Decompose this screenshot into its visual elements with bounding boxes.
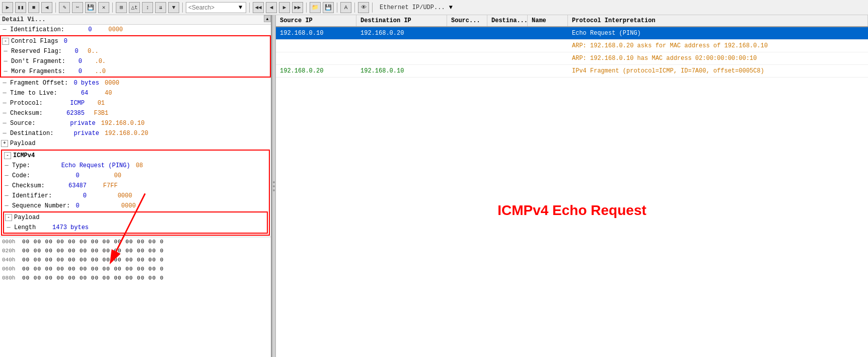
dash-source: — <box>1 119 8 128</box>
row-checksum: — Checksum: 62385 F3B1 <box>0 108 271 118</box>
hex-reserved-flag: 0.. <box>81 47 99 56</box>
toolbar-btn-8[interactable]: ✕ <box>98 2 109 13</box>
col-header-source-ip[interactable]: Source IP <box>276 15 356 26</box>
label-fragment-offset: Fragment Offset: <box>10 79 68 88</box>
expand-payload-ip[interactable]: + <box>1 140 8 147</box>
dash-destination: — <box>1 129 8 138</box>
toolbar-btn-open[interactable]: 📁 <box>310 2 321 13</box>
col-header-protocol[interactable]: Protocol Interpretation <box>568 15 868 26</box>
hex-addr-020h: 020h <box>2 247 22 255</box>
hex-bytes-040h: 00 00 00 00 00 00 00 00 00 00 00 00 0 <box>22 256 269 264</box>
expand-icmpv4[interactable]: - <box>4 152 11 159</box>
cell-source-ip-2 <box>276 45 356 47</box>
cell-source-ip-3 <box>276 57 356 59</box>
toolbar-btn-9[interactable]: ⊞ <box>116 2 127 13</box>
row-more-fragments: — More Fragments: 0 ..0 <box>1 66 270 77</box>
value-reserved-flag: 0 <box>64 47 79 56</box>
toolbar-btn-10[interactable]: △t <box>129 2 140 13</box>
col-header-name[interactable]: Name <box>528 15 568 26</box>
search-input[interactable] <box>188 4 239 11</box>
label-icmp-payload: Payload <box>14 213 39 222</box>
label-icmp-payload-length: Length <box>14 223 36 232</box>
toolbar-btn-5[interactable]: ✎ <box>59 2 70 13</box>
toolbar-btn-save[interactable]: 💾 <box>323 2 334 13</box>
icmp-payload-section: - Payload — Length 1473 bytes <box>3 211 268 234</box>
toolbar-btn-nav-back[interactable]: ◀ <box>266 2 277 13</box>
hex-checksum: F3B1 <box>87 109 108 118</box>
expand-control-flags[interactable]: - <box>2 38 9 45</box>
value-icmp-code: 0 <box>32 171 80 180</box>
toolbar-btn-1[interactable]: ▶ <box>2 2 13 13</box>
hex-icmp-seq: 0000 <box>82 201 136 210</box>
row-icmp-code: — Code: 0 00 <box>2 171 269 181</box>
sep-4 <box>249 3 250 13</box>
value-icmp-identifier: 0 <box>54 191 87 200</box>
value-ttl: 64 <box>59 89 89 98</box>
toolbar-btn-nav-right[interactable]: ▶▶ <box>292 2 303 13</box>
cell-name-4 <box>528 70 568 72</box>
label-payload-ip: Payload <box>10 139 35 148</box>
search-dropdown-icon[interactable]: ▼ <box>239 4 242 11</box>
cell-source-ip-1: 192.168.0.10 <box>276 27 356 39</box>
toolbar-btn-nav-fwd[interactable]: ▶ <box>279 2 290 13</box>
col-header-dest-port[interactable]: Destina... <box>487 15 528 26</box>
main-layout: ▲ Detail Vi... — Identification: 0 0000 … <box>0 15 868 357</box>
row-icmp-payload: - Payload <box>4 212 267 223</box>
col-header-dest-ip[interactable]: Destination IP <box>356 15 447 26</box>
splitter-dot-1 <box>273 181 275 183</box>
cell-source-port-4 <box>447 70 487 72</box>
toolbar-btn-eye[interactable]: 👁 <box>358 2 369 13</box>
sep-3 <box>182 3 183 13</box>
scroll-up-btn[interactable]: ▲ <box>264 15 271 22</box>
dash-dont-fragment: — <box>2 57 9 66</box>
value-more-fragments: 0 <box>67 67 82 76</box>
splitter-dot-2 <box>273 185 275 187</box>
toolbar-btn-4[interactable]: ◀ <box>41 2 52 13</box>
cell-dest-port-4 <box>487 70 528 72</box>
toolbar-btn-3[interactable]: ■ <box>28 2 39 13</box>
hex-source: 192.168.0.10 <box>98 119 145 128</box>
left-panel: ▲ Detail Vi... — Identification: 0 0000 … <box>0 15 272 357</box>
toolbar-dropdown-icon[interactable]: ▼ <box>449 4 453 11</box>
table-row[interactable]: ARP: 192.168.0.10 has MAC address 02:00:… <box>276 52 868 65</box>
col-header-source-port[interactable]: Sourc... <box>447 15 487 26</box>
table-row[interactable]: 192.168.0.10 192.168.0.20 Echo Request (… <box>276 27 868 40</box>
dash-identification: — <box>1 25 8 34</box>
hex-icmp-checksum: F7FF <box>89 181 118 190</box>
cell-dest-ip-3 <box>356 57 447 59</box>
hex-protocol: 01 <box>87 99 105 108</box>
dash-icmp-checksum: — <box>3 181 10 190</box>
hex-row-020h: 020h 00 00 00 00 00 00 00 00 00 00 00 00… <box>0 246 271 255</box>
cell-source-ip-4: 192.168.0.20 <box>276 65 356 77</box>
dash-reserved: — <box>2 47 9 56</box>
sep-7 <box>354 3 355 13</box>
toolbar-btn-13[interactable]: ▼ <box>168 2 179 13</box>
value-checksum: 62385 <box>45 109 85 118</box>
hex-row-000h: 000h 00 00 00 00 00 00 00 00 00 00 00 00… <box>0 237 271 246</box>
toolbar-btn-settings[interactable]: A <box>340 2 351 13</box>
vertical-splitter[interactable] <box>272 15 276 357</box>
hex-bytes-080h: 00 00 00 00 00 00 00 00 00 00 00 00 0 <box>22 274 269 282</box>
table-row[interactable]: ARP: 192.168.0.20 asks for MAC address o… <box>276 40 868 52</box>
right-panel: Source IP Destination IP Sourc... Destin… <box>276 15 868 357</box>
toolbar-btn-6[interactable]: ✂ <box>72 2 83 13</box>
control-flags-section: - Control Flags 0 — Reserved Flag: 0 0..… <box>0 35 271 78</box>
label-control-flags: Control Flags <box>11 37 58 46</box>
cell-name-2 <box>528 45 568 47</box>
toolbar-btn-nav-left[interactable]: ◀◀ <box>253 2 264 13</box>
table-row[interactable]: 192.168.0.20 192.168.0.10 IPv4 Fragment … <box>276 65 868 78</box>
sep-6 <box>337 3 337 13</box>
toolbar-btn-7[interactable]: 💾 <box>85 2 96 13</box>
hex-icmp-identifier: 0000 <box>89 191 132 200</box>
dash-icmp-identifier: — <box>3 191 10 200</box>
expand-icmp-payload[interactable]: - <box>5 214 12 221</box>
row-fragment-offset: — Fragment Offset: 0 bytes 0000 <box>0 78 271 88</box>
label-icmp-type: Type: <box>12 161 30 170</box>
search-box[interactable]: ▼ <box>186 2 246 13</box>
row-dont-fragment: — Don't Fragment: 0 .0. <box>1 56 270 66</box>
toolbar-btn-12[interactable]: ⇊ <box>155 2 166 13</box>
value-dont-fragment: 0 <box>67 57 82 66</box>
sep-5 <box>306 3 307 13</box>
toolbar-btn-2[interactable]: ▮▮ <box>15 2 26 13</box>
toolbar-btn-11[interactable]: ↕ <box>142 2 153 13</box>
